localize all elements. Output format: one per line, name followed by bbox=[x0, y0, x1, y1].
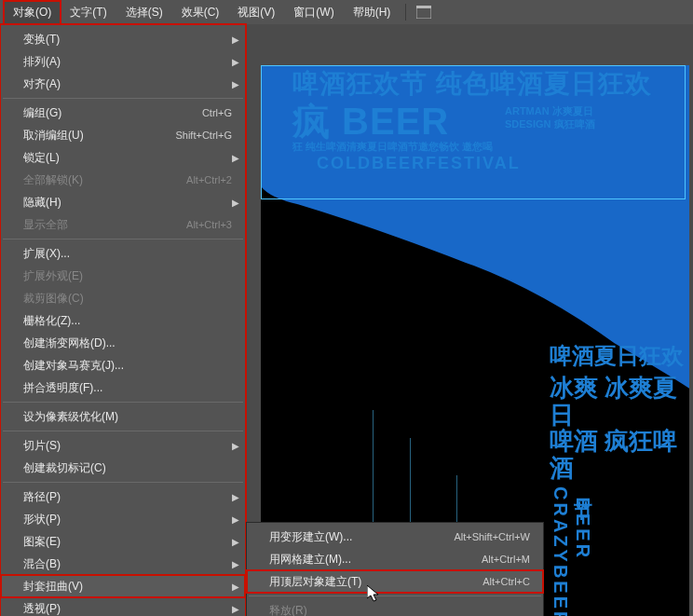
art-text-side-block: 啤酒夏日狂欢 冰爽 冰爽夏日 啤酒 疯狂啤酒 节 BEER CRAZYBEER bbox=[550, 341, 689, 616]
menu-item-label: 对齐(A) bbox=[23, 76, 232, 92]
menu-item[interactable]: 混合(B)▶ bbox=[1, 553, 245, 575]
arrange-documents-icon[interactable] bbox=[412, 3, 436, 21]
submenu-arrow-icon: ▶ bbox=[232, 57, 239, 67]
menu-help[interactable]: 帮助(H) bbox=[344, 1, 401, 24]
menu-view[interactable]: 视图(V) bbox=[228, 1, 284, 24]
menu-separator bbox=[249, 595, 541, 596]
menu-item-label: 切片(S) bbox=[23, 438, 232, 454]
menu-item-label: 栅格化(Z)... bbox=[23, 313, 232, 329]
menu-item: 显示全部Alt+Ctrl+3 bbox=[1, 213, 245, 236]
menu-item-shortcut: Alt+Ctrl+3 bbox=[186, 219, 232, 230]
menu-item-label: 锁定(L) bbox=[23, 150, 232, 166]
submenu-item-shortcut: Alt+Ctrl+M bbox=[482, 554, 530, 565]
menu-item-label: 取消编组(U) bbox=[23, 128, 175, 144]
menu-item[interactable]: 创建裁切标记(C) bbox=[1, 457, 245, 479]
menu-item[interactable]: 图案(E)▶ bbox=[1, 530, 245, 553]
envelope-distort-submenu: 用变形建立(W)...Alt+Shift+Ctrl+W用网格建立(M)...Al… bbox=[246, 522, 544, 616]
submenu-arrow-icon: ▶ bbox=[232, 604, 239, 614]
submenu-arrow-icon: ▶ bbox=[232, 492, 239, 502]
menu-item[interactable]: 扩展(X)... bbox=[1, 242, 245, 265]
submenu-item[interactable]: 用顶层对象建立(T)Alt+Ctrl+C bbox=[247, 570, 543, 593]
submenu-item-label: 释放(R) bbox=[269, 603, 530, 617]
menu-item-label: 扩展外观(E) bbox=[23, 268, 232, 284]
menu-item-shortcut: Alt+Ctrl+2 bbox=[186, 174, 232, 185]
menu-separator bbox=[3, 431, 243, 431]
menu-item-label: 显示全部 bbox=[23, 217, 186, 233]
object-dropdown: 变换(T)▶排列(A)▶对齐(A)▶编组(G)Ctrl+G取消编组(U)Shif… bbox=[0, 24, 246, 616]
submenu-item: 释放(R) bbox=[247, 599, 543, 616]
menu-separator bbox=[3, 98, 243, 99]
menu-item[interactable]: 对齐(A)▶ bbox=[1, 73, 245, 95]
menu-item-label: 编组(G) bbox=[23, 105, 202, 121]
menu-item-label: 创建裁切标记(C) bbox=[23, 460, 232, 476]
menu-window[interactable]: 窗口(W) bbox=[284, 1, 343, 24]
menu-separator bbox=[3, 402, 243, 403]
menu-item[interactable]: 透视(P)▶ bbox=[1, 597, 245, 616]
menu-item[interactable]: 创建对象马赛克(J)... bbox=[1, 354, 245, 376]
menu-item-label: 形状(P) bbox=[23, 512, 232, 527]
menubar: 对象(O) 文字(T) 选择(S) 效果(C) 视图(V) 窗口(W) 帮助(H… bbox=[0, 0, 693, 24]
menu-item[interactable]: 隐藏(H)▶ bbox=[1, 191, 245, 213]
menu-item[interactable]: 编组(G)Ctrl+G bbox=[1, 102, 245, 124]
menu-item-label: 扩展(X)... bbox=[23, 246, 232, 262]
menu-item-label: 设为像素级优化(M) bbox=[23, 409, 232, 425]
submenu-item[interactable]: 用变形建立(W)...Alt+Shift+Ctrl+W bbox=[247, 526, 543, 548]
menu-type[interactable]: 文字(T) bbox=[61, 1, 116, 24]
menu-object[interactable]: 对象(O) bbox=[4, 1, 61, 24]
submenu-item-shortcut: Alt+Shift+Ctrl+W bbox=[454, 531, 530, 542]
menu-item-label: 封套扭曲(V) bbox=[23, 579, 232, 595]
menu-item-label: 裁剪图像(C) bbox=[23, 291, 232, 307]
menu-select[interactable]: 选择(S) bbox=[116, 1, 172, 24]
submenu-item-label: 用变形建立(W)... bbox=[269, 529, 454, 545]
menu-item-label: 混合(B) bbox=[23, 556, 232, 572]
menu-item-label: 排列(A) bbox=[23, 54, 232, 70]
menu-item[interactable]: 设为像素级优化(M) bbox=[1, 405, 245, 428]
menu-item[interactable]: 创建渐变网格(D)... bbox=[1, 332, 245, 354]
menu-item[interactable]: 路径(P)▶ bbox=[1, 486, 245, 508]
menu-item-shortcut: Shift+Ctrl+G bbox=[175, 130, 232, 141]
submenu-arrow-icon: ▶ bbox=[232, 79, 239, 89]
selection-bbox bbox=[261, 65, 686, 199]
menu-item[interactable]: 变换(T)▶ bbox=[1, 28, 245, 50]
menu-item-label: 路径(P) bbox=[23, 489, 232, 505]
submenu-arrow-icon: ▶ bbox=[232, 198, 239, 208]
svg-rect-1 bbox=[416, 6, 431, 8]
menu-item[interactable]: 封套扭曲(V)▶ bbox=[1, 575, 245, 597]
menu-effect[interactable]: 效果(C) bbox=[172, 1, 229, 24]
submenu-arrow-icon: ▶ bbox=[232, 34, 239, 45]
menu-item[interactable]: 形状(P)▶ bbox=[1, 508, 245, 530]
menu-item[interactable]: 栅格化(Z)... bbox=[1, 309, 245, 332]
separator bbox=[405, 4, 406, 21]
menu-item[interactable]: 锁定(L)▶ bbox=[1, 146, 245, 169]
menu-item-label: 隐藏(H) bbox=[23, 195, 232, 211]
menu-separator bbox=[3, 239, 243, 240]
submenu-item-shortcut: Alt+Ctrl+C bbox=[482, 576, 530, 587]
menu-item-label: 拼合透明度(F)... bbox=[23, 380, 232, 396]
menu-item-label: 全部解锁(K) bbox=[23, 172, 186, 188]
menu-item[interactable]: 取消编组(U)Shift+Ctrl+G bbox=[1, 124, 245, 146]
menu-item[interactable]: 切片(S)▶ bbox=[1, 434, 245, 457]
menu-item[interactable]: 排列(A)▶ bbox=[1, 50, 245, 73]
menu-item-label: 透视(P) bbox=[23, 601, 232, 617]
submenu-arrow-icon: ▶ bbox=[232, 559, 239, 569]
submenu-arrow-icon: ▶ bbox=[232, 441, 239, 451]
menu-item-label: 图案(E) bbox=[23, 534, 232, 550]
menu-separator bbox=[3, 482, 243, 483]
menu-item: 全部解锁(K)Alt+Ctrl+2 bbox=[1, 169, 245, 191]
submenu-item-label: 用网格建立(M)... bbox=[269, 552, 482, 568]
mouse-cursor-icon bbox=[367, 585, 382, 604]
menu-item[interactable]: 拼合透明度(F)... bbox=[1, 376, 245, 399]
menu-item-label: 变换(T) bbox=[23, 32, 232, 48]
submenu-item[interactable]: 用网格建立(M)...Alt+Ctrl+M bbox=[247, 548, 543, 570]
menu-item: 裁剪图像(C) bbox=[1, 287, 245, 309]
menu-item: 扩展外观(E) bbox=[1, 265, 245, 287]
menu-item-label: 创建渐变网格(D)... bbox=[23, 335, 232, 351]
submenu-arrow-icon: ▶ bbox=[232, 514, 239, 525]
menu-item-shortcut: Ctrl+G bbox=[202, 107, 232, 118]
submenu-arrow-icon: ▶ bbox=[232, 153, 239, 163]
submenu-arrow-icon: ▶ bbox=[232, 582, 239, 592]
submenu-arrow-icon: ▶ bbox=[232, 537, 239, 547]
menu-item-label: 创建对象马赛克(J)... bbox=[23, 358, 232, 374]
